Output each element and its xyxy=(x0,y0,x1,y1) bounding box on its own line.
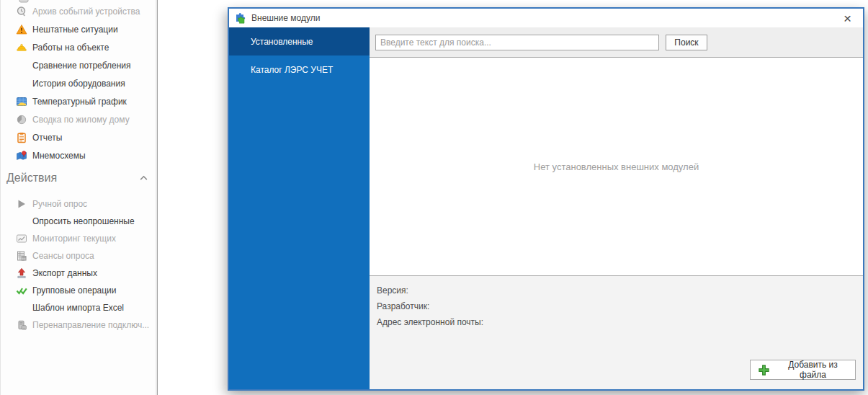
sidebar-item-current-monitoring[interactable]: Мониторинг текущих xyxy=(1,230,157,247)
sidebar-item-label: История оборудования xyxy=(32,79,125,89)
export-icon xyxy=(16,267,27,279)
search-button[interactable]: Поиск xyxy=(666,35,707,50)
sidebar-item-reports[interactable]: Отчеты xyxy=(1,128,157,146)
developer-label: Разработчик: xyxy=(377,298,856,314)
sidebar-item-label: Мнемосхемы xyxy=(32,151,86,161)
app-sidebar: Архив событий устройства Нештатные ситуа… xyxy=(0,0,158,395)
sidebar-nav-list: Архив событий устройства Нештатные ситуа… xyxy=(1,2,157,164)
icon-spacer xyxy=(16,60,27,71)
sidebar-section-actions[interactable]: Действия xyxy=(1,168,158,188)
close-button[interactable]: × xyxy=(841,12,854,25)
sidebar-item-label: Отчеты xyxy=(32,133,62,143)
section-header-label: Действия xyxy=(6,172,139,185)
sidebar-item-label: Архив событий устройства xyxy=(32,6,140,17)
sidebar-item-emergency-situations[interactable]: Нештатные ситуации xyxy=(1,20,157,38)
modules-list[interactable]: Нет установленных внешних модулей xyxy=(370,58,863,275)
search-toolbar: Поиск xyxy=(370,27,863,58)
sidebar-item-label: Работы на объекте xyxy=(32,43,109,53)
tab-lers-catalog[interactable]: Каталог ЛЭРС УЧЕТ xyxy=(229,56,370,84)
puzzle-icon xyxy=(235,12,246,24)
helmet-icon xyxy=(16,42,27,53)
sidebar-item-connection-redirect[interactable]: Перенаправление подключ... xyxy=(1,316,157,334)
sidebar-item-manual-poll[interactable]: Ручной опрос xyxy=(1,195,157,213)
clock-icon xyxy=(16,6,27,17)
sidebar-item-label: Экспорт данных xyxy=(32,268,97,278)
sidebar-item-poll-sessions[interactable]: Сеансы опроса xyxy=(1,247,157,265)
sidebar-item-label: Температурный график xyxy=(32,97,127,107)
plus-icon xyxy=(758,364,770,376)
search-input[interactable] xyxy=(375,35,659,50)
dialog-content: Поиск Нет установленных внешних модулей … xyxy=(370,27,863,389)
sidebar-item-label: Групповые операции xyxy=(32,285,117,296)
sidebar-item-site-works[interactable]: Работы на объекте xyxy=(1,38,157,56)
tab-installed[interactable]: Установленные xyxy=(229,27,370,56)
sidebar-item-excel-import-template[interactable]: Шаблон импорта Excel xyxy=(1,299,157,316)
add-from-file-label: Добавить из файла xyxy=(778,360,848,380)
sidebar-item-label: Сравнение потребления xyxy=(32,61,130,71)
sidebar-item-mnemonic-diagrams[interactable]: Мнемосхемы xyxy=(1,146,157,164)
sidebar-item-group-operations[interactable]: Групповые операции xyxy=(1,282,157,299)
external-modules-dialog: Внешние модули × Установленные Каталог Л… xyxy=(228,7,864,391)
sidebar-item-label: Опросить неопрошенные xyxy=(32,216,135,226)
icon-spacer xyxy=(16,302,27,314)
sidebar-actions-list: Ручной опрос Опросить неопрошенные Монит… xyxy=(1,195,157,334)
sidebar-item-label: Мониторинг текущих xyxy=(32,234,116,244)
screen: Архив событий устройства Нештатные ситуа… xyxy=(0,0,868,395)
version-label: Версия: xyxy=(377,283,856,298)
icon-spacer xyxy=(16,78,27,89)
sidebar-item-label: Нештатные ситуации xyxy=(32,25,118,35)
chevron-up-icon[interactable] xyxy=(139,174,148,183)
dialog-title: Внешние модули xyxy=(251,13,841,23)
line-chart-icon xyxy=(16,233,27,244)
temperature-chart-icon xyxy=(16,96,27,107)
table-icon xyxy=(16,250,27,262)
sidebar-item-label: Перенаправление подключ... xyxy=(32,320,149,330)
dialog-sidebar: Установленные Каталог ЛЭРС УЧЕТ xyxy=(229,27,370,389)
sidebar-item-equipment-history[interactable]: История оборудования xyxy=(1,74,157,92)
empty-list-message: Нет установленных внешних модулей xyxy=(370,161,863,172)
icon-spacer xyxy=(16,216,27,227)
report-icon xyxy=(16,132,27,143)
sidebar-item-poll-unpolled[interactable]: Опросить неопрошенные xyxy=(1,213,157,230)
sidebar-item-label: Сводка по жилому дому xyxy=(32,115,130,125)
warning-icon xyxy=(16,24,27,35)
double-check-icon xyxy=(16,285,27,296)
sidebar-item-temperature-graph[interactable]: Температурный график xyxy=(1,92,157,110)
sidebar-item-device-event-archive[interactable]: Архив событий устройства xyxy=(1,2,157,20)
sidebar-item-label: Сеансы опроса xyxy=(32,251,94,261)
add-from-file-button[interactable]: Добавить из файла xyxy=(750,360,856,380)
email-label: Адрес электронной почты: xyxy=(377,314,856,330)
dialog-titlebar: Внешние модули × xyxy=(229,9,863,27)
sidebar-item-data-export[interactable]: Экспорт данных xyxy=(1,265,157,282)
sidebar-item-label: Ручной опрос xyxy=(32,199,87,209)
map-pin-icon xyxy=(16,150,27,161)
sidebar-item-label: Шаблон импорта Excel xyxy=(32,303,124,313)
server-icon xyxy=(16,319,27,331)
pie-chart-icon xyxy=(16,114,27,125)
sidebar-item-consumption-comparison[interactable]: Сравнение потребления xyxy=(1,56,157,74)
sidebar-item-residential-summary[interactable]: Сводка по жилому дому xyxy=(1,110,157,128)
dialog-body: Установленные Каталог ЛЭРС УЧЕТ Поиск Не… xyxy=(229,27,863,389)
module-details-panel: Версия: Разработчик: Адрес электронной п… xyxy=(370,275,863,389)
play-icon xyxy=(16,198,27,210)
